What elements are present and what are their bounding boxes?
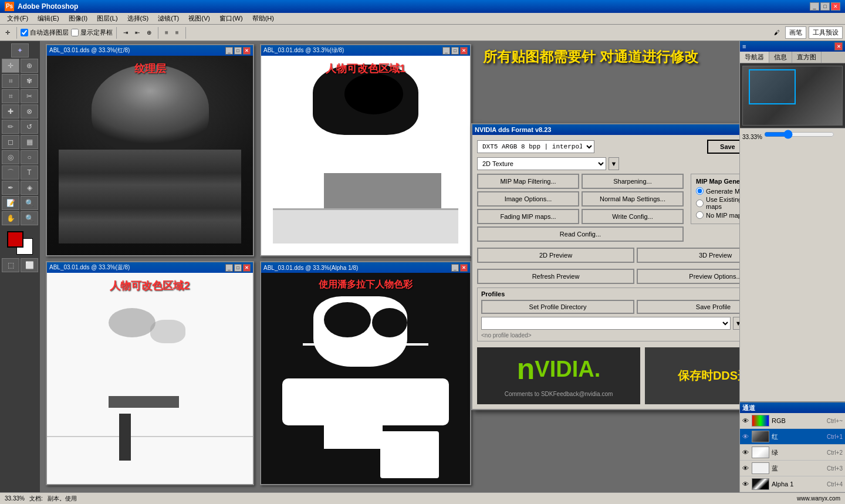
channel-thumb-green <box>752 447 769 458</box>
fading-mip-maps-btn[interactable]: Fading MIP maps... <box>477 209 579 224</box>
doc-minimize-alpha[interactable]: _ <box>451 264 459 272</box>
zoom-tool[interactable]: 🔍 <box>21 211 38 225</box>
dodge-tool[interactable]: ○ <box>21 150 38 164</box>
slice-tool[interactable]: ✂ <box>21 89 38 103</box>
doc-maximize-blue[interactable]: □ <box>234 264 242 272</box>
profile-select-arrow[interactable]: ▼ <box>733 317 739 330</box>
refresh-preview-btn[interactable]: Refresh Preview <box>477 269 634 284</box>
save-profile-btn[interactable]: Save Profile <box>637 300 739 314</box>
menu-layer[interactable]: 图层(L) <box>92 13 122 24</box>
doc-minimize-red[interactable]: _ <box>225 47 233 55</box>
clone-tool[interactable]: ⊗ <box>21 104 38 119</box>
canvas-img-red <box>47 56 253 255</box>
channel-red[interactable]: 👁 红 Ctrl+1 <box>740 429 845 445</box>
custom-shape-tool[interactable]: ◈ <box>21 181 38 195</box>
preview-options-btn[interactable]: Preview Options... <box>637 269 739 284</box>
gradient-tool[interactable]: ▦ <box>21 135 38 149</box>
maximize-btn[interactable]: □ <box>820 2 830 11</box>
eraser-tool[interactable]: ◻ <box>2 135 19 149</box>
format-select[interactable]: DXT5 ARGB 8 bpp | interpolated alpha <box>477 140 594 153</box>
write-config-btn[interactable]: Write Config... <box>582 209 684 224</box>
screen-mode-btn[interactable]: ⬜ <box>21 258 38 272</box>
set-profile-dir-btn[interactable]: Set Profile Directory <box>481 300 634 314</box>
menu-help[interactable]: 帮助(H) <box>248 13 279 24</box>
transform-btn-2[interactable]: ⇤ <box>132 28 143 38</box>
doc-close-blue[interactable]: ✕ <box>243 264 251 272</box>
history-brush-tool[interactable]: ↺ <box>21 120 38 134</box>
menu-select[interactable]: 选择(S) <box>123 13 154 24</box>
mip-none-radio[interactable] <box>696 211 704 219</box>
channel-shortcut-alpha1: Ctrl+4 <box>827 481 843 488</box>
crop-tool[interactable]: ⌗ <box>2 89 19 103</box>
tab-navigator[interactable]: 导航器 <box>740 52 769 63</box>
close-btn[interactable]: ✕ <box>831 2 840 11</box>
foreground-color-swatch[interactable] <box>7 231 23 248</box>
2d-preview-btn[interactable]: 2D Preview <box>477 248 634 263</box>
notes-tool[interactable]: 📝 <box>2 196 19 210</box>
doc-close-red[interactable]: ✕ <box>243 47 251 55</box>
path-tool[interactable]: ⌒ <box>2 165 19 180</box>
quick-mask-btn[interactable]: ⬚ <box>2 258 19 272</box>
3d-preview-btn[interactable]: 3D Preview <box>637 248 739 263</box>
menu-edit[interactable]: 编辑(E) <box>33 13 64 24</box>
mip-existing-radio[interactable] <box>696 199 704 207</box>
doc-titlebar-red: ABL_03.01.dds @ 33.3%(红/8) _ □ ✕ <box>47 45 253 56</box>
texture-type-arrow[interactable]: ▼ <box>609 157 619 170</box>
save-btn[interactable]: Save <box>707 140 739 154</box>
doc-maximize-green[interactable]: □ <box>451 47 459 55</box>
pen-tool[interactable]: ✒ <box>2 181 19 195</box>
menu-view[interactable]: 视图(V) <box>184 13 215 24</box>
tool-row-9: ⌒ T <box>2 165 38 180</box>
doc-minimize-green[interactable]: _ <box>442 47 450 55</box>
brush-icon[interactable]: 🖌 <box>771 28 783 38</box>
menu-filter[interactable]: 滤镜(T) <box>153 13 184 24</box>
zoom-slider[interactable] <box>764 130 834 139</box>
mip-map-filtering-btn[interactable]: MIP Map Filtering... <box>477 174 579 189</box>
blur-tool[interactable]: ◎ <box>2 150 19 164</box>
auto-select-checkbox[interactable] <box>21 29 28 36</box>
transform-btn-3[interactable]: ⊕ <box>144 28 154 38</box>
doc-close-alpha[interactable]: ✕ <box>460 264 468 272</box>
image-options-btn[interactable]: Image Options... <box>477 191 579 207</box>
selection-tool[interactable]: ✦ <box>11 43 29 57</box>
minimize-btn[interactable]: _ <box>810 2 819 11</box>
tab-histogram[interactable]: 直方图 <box>792 52 822 63</box>
zoom-tool-alt[interactable]: ⊕ <box>21 59 38 73</box>
tab-info[interactable]: 信息 <box>769 52 792 63</box>
menu-image[interactable]: 图像(I) <box>64 13 92 24</box>
panel-content: 33.33% <box>740 63 845 401</box>
menu-file[interactable]: 文件(F) <box>2 13 33 24</box>
transform-btn-1[interactable]: ⇥ <box>120 28 131 38</box>
profile-select[interactable] <box>481 317 731 330</box>
doc-minimize-blue[interactable]: _ <box>225 264 233 272</box>
texture-type-select[interactable]: 2D Texture <box>477 157 606 170</box>
doc-close-green[interactable]: ✕ <box>460 47 468 55</box>
read-config-btn[interactable]: Read Config... <box>477 226 684 242</box>
menu-window[interactable]: 窗口(W) <box>215 13 248 24</box>
channels-panel: 通道 👁 RGB Ctrl+~ 👁 红 Ctrl+1 👁 绿 Ctrl+2 <box>740 401 845 492</box>
tool-row-6: ✏ ↺ <box>2 120 38 134</box>
move-tool[interactable]: ✛ <box>2 59 19 73</box>
mip-generate-radio[interactable] <box>696 187 704 195</box>
align-btn-2[interactable]: ≡ <box>173 28 182 38</box>
channel-alpha1[interactable]: 👁 Alpha 1 Ctrl+4 <box>740 476 845 492</box>
show-bounds-checkbox[interactable] <box>71 29 79 36</box>
lasso-tool[interactable]: ⌗ <box>2 74 19 88</box>
channel-rgb[interactable]: 👁 RGB Ctrl+~ <box>740 413 845 429</box>
type-tool[interactable]: T <box>21 165 38 180</box>
color-swatches[interactable] <box>7 231 33 255</box>
brush-tool[interactable]: ✏ <box>2 120 19 134</box>
sharpening-btn[interactable]: Sharpening... <box>582 174 684 189</box>
normal-map-settings-btn[interactable]: Normal Map Settings... <box>582 191 684 207</box>
channel-blue[interactable]: 👁 蓝 Ctrl+3 <box>740 461 845 476</box>
magic-wand-tool[interactable]: ✾ <box>21 74 38 88</box>
heal-tool[interactable]: ✚ <box>2 104 19 119</box>
doc-maximize-red[interactable]: □ <box>234 47 242 55</box>
panel-close-btn[interactable]: ✕ <box>834 42 843 50</box>
align-btn-1[interactable]: ≡ <box>162 28 171 38</box>
hand-tool[interactable]: ✋ <box>2 211 19 225</box>
channel-label-alpha1: Alpha 1 <box>772 481 824 488</box>
channel-green[interactable]: 👁 绿 Ctrl+2 <box>740 445 845 461</box>
move-tool-btn[interactable]: ✛ <box>2 28 13 38</box>
eyedropper-tool[interactable]: 🔍 <box>21 196 38 210</box>
